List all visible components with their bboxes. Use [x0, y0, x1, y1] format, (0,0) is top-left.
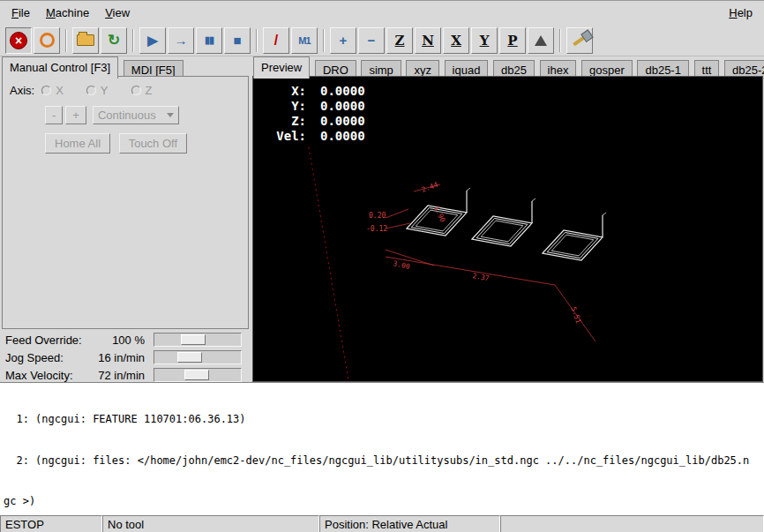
jog-plus-button[interactable]: + — [65, 106, 86, 124]
dimension-label: 2.44 — [421, 181, 439, 194]
menu-file[interactable]: File — [4, 3, 38, 23]
menu-view[interactable]: View — [97, 3, 138, 23]
jog-speed-row: Jog Speed: 16 in/min — [0, 348, 251, 366]
status-machine-state: ESTOP — [0, 515, 102, 532]
view-z-back-button[interactable]: N — [415, 27, 441, 54]
gcode-line[interactable]: 1: (ngcgui: FEATURE 110701:06.36.13) — [4, 413, 764, 427]
toolbar-separator — [132, 29, 134, 52]
tab-preview[interactable]: Preview — [253, 56, 310, 79]
control-panel: Manual Control [F3] MDI [F5] Axis: X Y — [0, 56, 251, 382]
menu-help[interactable]: Help — [721, 3, 760, 23]
minus-icon: − — [368, 33, 376, 48]
zoom-out-button[interactable]: − — [358, 27, 385, 54]
manual-control-panel: Axis: X Y Z - + — [2, 76, 249, 329]
axis-row: Axis: X Y Z — [10, 84, 241, 97]
feed-override-label: Feed Override: — [5, 333, 88, 347]
menubar: File Machine View Help — [0, 1, 764, 25]
jog-mode-value: Continuous — [98, 109, 156, 122]
run-button[interactable]: ▶ — [139, 27, 166, 54]
jog-mode-dropdown[interactable]: Continuous — [93, 106, 179, 124]
dimension-label: 5.51 — [569, 306, 582, 325]
machine-power-button[interactable] — [34, 27, 60, 54]
dimension-label: 1.90 — [432, 205, 446, 223]
axis-x-label: X — [56, 84, 64, 97]
home-row: Home All Touch Off — [45, 133, 241, 154]
max-velocity-slider[interactable] — [154, 368, 242, 382]
letter-z-icon: Z — [395, 33, 405, 49]
m1-icon: M1 — [298, 35, 310, 46]
estop-button[interactable]: × — [5, 27, 32, 54]
preview-canvas[interactable]: X: 0.0000 Y: 0.0000 Z: 0.0000 Vel: 0.000… — [252, 76, 763, 382]
dimension-label: 0.20 — [369, 212, 386, 220]
home-all-button[interactable]: Home All — [45, 133, 110, 154]
status-filler — [500, 515, 764, 532]
view-x-button[interactable]: X — [443, 27, 469, 54]
toolpath-plot: 2.44 1.90 0.20 -0.12 3.00 2.37 5.51 — [253, 77, 762, 381]
dimension-label: 2.37 — [472, 272, 491, 282]
axis-radio-y[interactable]: Y — [86, 84, 109, 97]
broom-icon — [573, 34, 586, 45]
gcode-listing[interactable]: 1: (ngcgui: FEATURE 110701:06.36.13) 2: … — [0, 382, 764, 515]
axis-radio-x[interactable]: X — [41, 84, 64, 97]
tab-manual-control[interactable]: Manual Control [F3] — [2, 56, 118, 79]
plus-icon: + — [340, 33, 348, 48]
gcode-line[interactable]: 2: (ngcgui: files: </home/john/emc2-dev/… — [4, 454, 764, 468]
gcode-line[interactable]: gc >) — [4, 495, 764, 509]
menu-machine[interactable]: Machine — [38, 3, 97, 23]
toolbar-separator — [256, 29, 258, 52]
jog-row: - + Continuous — [45, 106, 241, 124]
feed-override-slider[interactable] — [154, 333, 242, 347]
max-velocity-label: Max Velocity: — [5, 369, 88, 382]
slider-handle[interactable] — [181, 334, 206, 345]
jog-minus-button[interactable]: - — [45, 106, 63, 124]
max-velocity-value: 72 in/min — [88, 369, 145, 382]
jog-speed-value: 16 in/min — [88, 351, 145, 364]
radio-icon — [41, 86, 51, 95]
slider-handle[interactable] — [177, 352, 202, 363]
stop-button[interactable]: ■ — [224, 27, 251, 54]
step-arrow-icon: → — [175, 33, 188, 48]
view-perspective-button[interactable]: P — [499, 27, 526, 54]
toolbar-separator — [323, 29, 325, 52]
skip-lines-button[interactable]: / — [263, 27, 289, 54]
touch-off-button[interactable]: Touch Off — [119, 133, 187, 154]
rotate-view-button[interactable] — [528, 27, 554, 54]
axis-main-window: File Machine View Help × ↻ ▶ → ▮▮ ■ — [0, 0, 764, 532]
reload-icon: ↻ — [108, 31, 120, 49]
rotate-icon — [535, 35, 547, 46]
status-position-mode: Position: Relative Actual — [319, 515, 500, 532]
clear-plot-button[interactable] — [566, 27, 593, 54]
slider-handle[interactable] — [184, 370, 209, 380]
open-file-button[interactable] — [72, 27, 99, 54]
machine-extent-line — [309, 147, 348, 380]
dimension-lines — [386, 184, 595, 341]
dimension-label: -0.12 — [366, 225, 387, 233]
dimension-label: 3.00 — [393, 259, 411, 271]
status-tool: No tool — [102, 515, 319, 532]
part-outline — [472, 199, 536, 246]
step-button[interactable]: → — [168, 27, 194, 54]
toolbar: × ↻ ▶ → ▮▮ ■ / M1 — [0, 25, 764, 56]
main-area: Manual Control [F3] MDI [F5] Axis: X Y — [0, 56, 764, 382]
reload-file-button[interactable]: ↻ — [101, 27, 127, 54]
axis-z-label: Z — [146, 84, 153, 97]
estop-icon: × — [10, 32, 27, 49]
letter-x-icon: X — [451, 33, 461, 49]
folder-icon — [77, 34, 94, 46]
optional-pause-button[interactable]: M1 — [291, 27, 318, 54]
toolbar-separator — [559, 29, 561, 52]
preview-panel: Preview DRO simp xyz iquad db25 ihex gos… — [251, 56, 764, 382]
view-y-button[interactable]: Y — [471, 27, 498, 54]
radio-icon — [86, 86, 96, 95]
pause-button[interactable]: ▮▮ — [196, 27, 222, 54]
sliders-panel: Feed Override: 100 % Jog Speed: 16 in/mi… — [0, 331, 251, 384]
play-icon: ▶ — [147, 33, 158, 49]
preview-tabs: Preview DRO simp xyz iquad db25 ihex gos… — [253, 56, 764, 77]
jog-speed-label: Jog Speed: — [5, 351, 88, 364]
jog-speed-slider[interactable] — [154, 350, 242, 364]
axis-radio-z[interactable]: Z — [131, 84, 153, 97]
view-z-button[interactable]: Z — [386, 27, 413, 54]
feed-override-row: Feed Override: 100 % — [0, 331, 251, 348]
stop-icon: ■ — [233, 33, 241, 48]
zoom-in-button[interactable]: + — [330, 27, 356, 54]
